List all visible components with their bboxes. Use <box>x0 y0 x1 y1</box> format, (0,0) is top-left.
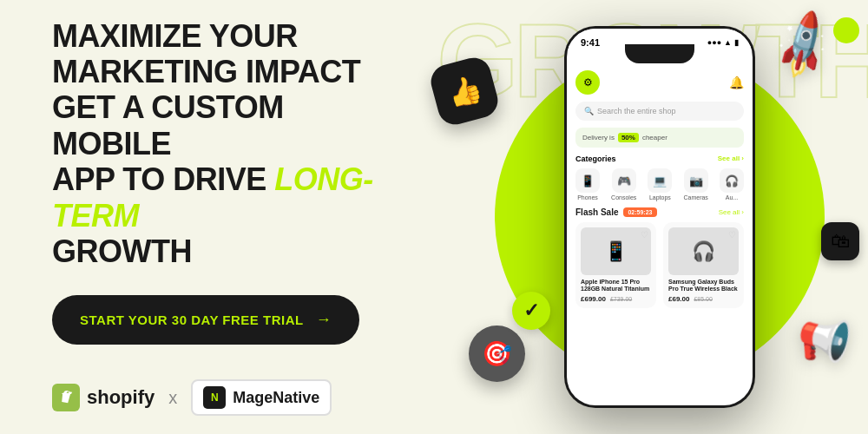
left-panel: MAXIMIZE YOUR MARKETING IMPACT GET A CUS… <box>0 0 451 434</box>
magenative-icon: N <box>203 386 226 409</box>
consoles-label: Consoles <box>611 194 636 201</box>
flash-see-all[interactable]: See all › <box>719 208 744 216</box>
headline-line1: MAXIMIZE YOUR <box>52 18 298 54</box>
store-icon: 🛍 <box>821 222 859 260</box>
category-laptops: 💻 Laptops <box>648 168 672 201</box>
flash-sale-title: Flash Sale <box>575 207 618 217</box>
phone-notch <box>625 44 694 63</box>
buds-heart-icon[interactable]: ♡ <box>728 230 736 240</box>
headline-line3: GET A CUSTOM MOBILE <box>52 89 284 161</box>
megaphone-icon: 📢 <box>792 308 857 371</box>
cta-button[interactable]: START YOUR 30 DAY FREE TRIAL → <box>52 295 359 345</box>
category-phones: 📱 Phones <box>575 168 600 201</box>
delivery-text: Delivery is <box>582 134 615 141</box>
headline: MAXIMIZE YOUR MARKETING IMPACT GET A CUS… <box>52 18 408 270</box>
target-icon: 🎯 <box>469 326 525 382</box>
buds-price: £69.00 <box>668 295 689 303</box>
category-consoles: 🎮 Consoles <box>611 168 636 201</box>
category-cameras: 📷 Cameras <box>683 168 707 201</box>
products-row: 📱 ♡ Apple iPhone 15 Pro 128GB Natural Ti… <box>575 222 744 308</box>
iphone-pricing: £699.00 £739.00 <box>581 295 651 303</box>
delivery-banner: Delivery is 50% cheaper <box>575 128 744 148</box>
app-header: ⚙ 🔔 <box>575 70 744 95</box>
phones-icon: 📱 <box>575 168 600 193</box>
phone-time: 9:41 <box>581 37 600 48</box>
app-logo: ⚙ <box>575 70 600 95</box>
cameras-icon: 📷 <box>684 168 708 193</box>
cta-arrow-icon: → <box>316 311 332 329</box>
laptops-label: Laptops <box>649 194 671 201</box>
signal-icon: ●●● <box>707 38 721 47</box>
buds-name: Samsung Galaxy Buds Pro True Wireless Bl… <box>668 279 739 293</box>
x-divider: x <box>168 388 177 408</box>
magenative-logo: N MageNative <box>191 379 332 416</box>
wifi-icon: ▲ <box>724 38 732 47</box>
headline-line5: GROWTH <box>52 233 192 269</box>
iphone-image: 📱 ♡ <box>581 227 651 275</box>
laptops-icon: 💻 <box>648 168 672 193</box>
iphone-heart-icon[interactable]: ♡ <box>641 230 648 240</box>
checkmark-icon: ✓ <box>512 292 550 330</box>
phones-label: Phones <box>577 194 598 201</box>
bell-icon: 🔔 <box>729 76 744 89</box>
buds-pricing: £69.00 £85.00 <box>668 295 739 303</box>
iphone-name: Apple iPhone 15 Pro 128GB Natural Titani… <box>581 279 651 293</box>
buds-image: 🎧 ♡ <box>668 227 739 275</box>
shopify-logo: shopify <box>52 384 155 411</box>
audio-label: Au... <box>726 194 738 201</box>
delivery-pct: 50% <box>618 133 639 142</box>
battery-icon: ▮ <box>734 38 739 47</box>
audio-icon: 🎧 <box>720 168 744 193</box>
partners-row: shopify x N MageNative <box>52 379 408 416</box>
categories-see-all[interactable]: See all › <box>718 155 744 163</box>
flash-timer: 02:59:23 <box>623 207 656 217</box>
magenative-text: MageNative <box>233 389 319 407</box>
categories-header: Categories See all › <box>575 155 744 163</box>
cameras-label: Cameras <box>683 194 707 201</box>
phone-signal-icons: ●●● ▲ ▮ <box>707 38 739 47</box>
headline-line2: MARKETING IMPACT <box>52 54 360 89</box>
consoles-icon: 🎮 <box>612 168 636 193</box>
search-icon: 🔍 <box>584 107 594 115</box>
phone-app-content: ⚙ 🔔 🔍 Search the entire shop Delivery is… <box>567 63 753 405</box>
iphone-old-price: £739.00 <box>610 296 632 302</box>
product-buds[interactable]: 🎧 ♡ Samsung Galaxy Buds Pro True Wireles… <box>663 222 744 308</box>
search-placeholder: Search the entire shop <box>597 107 676 115</box>
search-bar[interactable]: 🔍 Search the entire shop <box>575 102 744 121</box>
flash-sale-header: Flash Sale 02:59:23 See all › <box>575 207 744 217</box>
categories-row: 📱 Phones 🎮 Consoles 💻 Laptops 📷 <box>575 168 744 201</box>
iphone-price: £699.00 <box>581 295 606 303</box>
categories-title: Categories <box>575 155 616 163</box>
shopify-icon <box>52 384 80 411</box>
headline-line4: APP TO DRIVE <box>52 161 266 197</box>
phone-mockup: 9:41 ●●● ▲ ▮ ⚙ 🔔 🔍 <box>564 26 755 408</box>
buds-old-price: £85.00 <box>694 296 712 302</box>
cta-label: START YOUR 30 DAY FREE TRIAL <box>80 312 304 327</box>
flash-sale-title-group: Flash Sale 02:59:23 <box>575 207 657 217</box>
green-dot <box>833 17 859 43</box>
product-iphone[interactable]: 📱 ♡ Apple iPhone 15 Pro 128GB Natural Ti… <box>575 222 656 308</box>
phone-screen: 9:41 ●●● ▲ ▮ ⚙ 🔔 🔍 <box>567 29 753 405</box>
category-audio: 🎧 Au... <box>720 168 744 201</box>
page-container: MAXIMIZE YOUR MARKETING IMPACT GET A CUS… <box>0 0 868 434</box>
shopify-text: shopify <box>87 386 155 409</box>
delivery-suffix: cheaper <box>642 134 667 141</box>
right-panel: GROWTH 👍 🚀 📢 🎯 ✓ 🛍 9:41 ●●● ▲ ▮ <box>451 0 868 434</box>
